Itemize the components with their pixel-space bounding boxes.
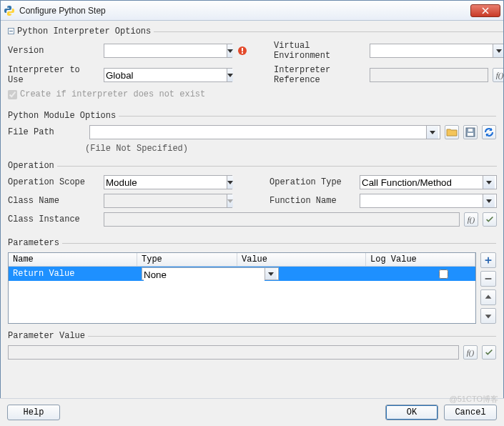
func-input[interactable]: [362, 194, 483, 207]
fx-button[interactable]: f(): [493, 68, 504, 82]
filepath-label: File Path: [8, 127, 85, 137]
table-row[interactable]: Return Value: [9, 267, 475, 281]
cell-value: [284, 267, 412, 281]
ok-button[interactable]: OK: [385, 405, 438, 420]
titlebar: Configure Python Step: [1, 1, 503, 21]
svg-rect-5: [468, 129, 473, 132]
parameters-table[interactable]: Name Type Value Log Value Return Value: [8, 252, 476, 324]
watermark: @51CTO博客: [450, 394, 498, 405]
check-button[interactable]: [483, 212, 497, 227]
func-label: Function Name: [270, 196, 355, 206]
refresh-button[interactable]: [482, 125, 496, 139]
operation-legend: Operation: [8, 161, 57, 171]
th-name: Name: [9, 253, 137, 266]
move-down-button[interactable]: [480, 308, 496, 324]
error-icon: [237, 45, 248, 56]
svg-rect-1: [242, 48, 243, 51]
module-options-group: Python Module Options File Path (File No…: [8, 111, 496, 155]
svg-rect-2: [242, 52, 243, 54]
filepath-input[interactable]: [92, 126, 426, 139]
virtualenv-combo[interactable]: [370, 44, 504, 58]
save-button[interactable]: [463, 125, 478, 139]
ref-label: Interpreter Reference: [274, 65, 365, 85]
version-input[interactable]: [106, 44, 227, 57]
cancel-button[interactable]: Cancel: [444, 405, 497, 420]
table-header: Name Type Value Log Value: [9, 253, 475, 267]
type-input[interactable]: [144, 268, 265, 281]
interpreter-label: Interpreter to Use: [8, 65, 99, 85]
operation-group: Operation Operation Scope Operation Type…: [8, 161, 497, 232]
parameters-legend: Parameters: [8, 238, 62, 248]
class-combo: [104, 194, 232, 208]
paramvalue-input: [8, 345, 459, 360]
version-combo[interactable]: [104, 44, 232, 58]
th-type: Type: [137, 253, 237, 266]
filepath-combo[interactable]: [89, 125, 440, 139]
fx-button[interactable]: f(): [464, 212, 478, 227]
optype-label: Operation Type: [270, 177, 355, 187]
cell-type[interactable]: [137, 267, 284, 281]
class-label: Class Name: [8, 196, 99, 206]
chevron-down-icon[interactable]: [493, 44, 504, 57]
create-checkbox: [8, 90, 17, 99]
help-button[interactable]: Help: [7, 405, 60, 420]
func-combo[interactable]: [360, 194, 497, 208]
class-input: [106, 194, 227, 207]
interpreter-options-group: Python Interpreter Options Version Virtu…: [8, 26, 504, 105]
th-log: Log Value: [366, 253, 475, 266]
cell-name: Return Value: [9, 267, 137, 281]
chevron-down-icon[interactable]: [426, 126, 438, 139]
log-checkbox[interactable]: [439, 269, 448, 279]
virtualenv-label: Virtual Environment: [274, 41, 365, 61]
interpreter-legend: Python Interpreter Options: [17, 26, 151, 36]
paramvalue-group: Parameter Value f(): [8, 331, 496, 365]
paramvalue-legend: Parameter Value: [8, 331, 88, 341]
collapse-icon[interactable]: [8, 28, 14, 34]
close-button[interactable]: [470, 4, 500, 17]
open-file-button[interactable]: [445, 125, 459, 139]
th-value: Value: [237, 253, 366, 266]
chevron-down-icon[interactable]: [265, 268, 277, 279]
filepath-hint: (File Not Specified): [85, 144, 496, 154]
window-title: Configure Python Step: [19, 6, 470, 16]
chevron-down-icon[interactable]: [227, 44, 233, 57]
instance-input: [104, 212, 460, 227]
module-legend: Python Module Options: [8, 111, 119, 121]
chevron-down-icon[interactable]: [227, 69, 233, 81]
cell-log[interactable]: [412, 267, 475, 281]
chevron-down-icon[interactable]: [483, 194, 495, 207]
svg-rect-4: [468, 133, 473, 136]
parameters-group: Parameters Name Type Value Log Value Ret…: [8, 238, 496, 372]
add-row-button[interactable]: [480, 252, 496, 268]
ref-input: [370, 68, 488, 82]
optype-combo[interactable]: [360, 175, 497, 189]
fx-button[interactable]: f(): [463, 345, 478, 360]
python-icon: [4, 5, 15, 16]
chevron-down-icon[interactable]: [483, 176, 495, 189]
interpreter-combo[interactable]: [104, 68, 232, 82]
version-label: Version: [8, 46, 99, 56]
scope-label: Operation Scope: [8, 177, 99, 187]
chevron-down-icon: [227, 194, 233, 207]
scope-combo[interactable]: [104, 175, 232, 189]
create-checkbox-label: Create if interpreter does not exist: [8, 89, 205, 99]
virtualenv-input[interactable]: [372, 44, 493, 57]
remove-row-button[interactable]: [480, 271, 496, 287]
scope-input[interactable]: [106, 176, 227, 189]
optype-input[interactable]: [362, 176, 483, 189]
footer: Help OK Cancel: [0, 398, 504, 426]
check-button[interactable]: [482, 345, 496, 360]
instance-label: Class Instance: [8, 214, 99, 224]
move-up-button[interactable]: [480, 289, 496, 305]
chevron-down-icon[interactable]: [227, 176, 233, 189]
interpreter-input[interactable]: [106, 69, 227, 81]
